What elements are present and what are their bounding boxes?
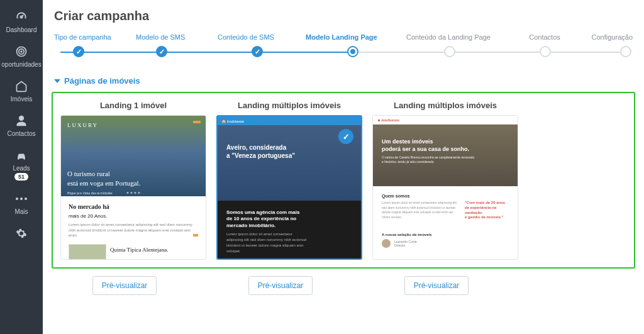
template-card: Landing 1 imóvel LUXURY O turismo rural …: [60, 101, 206, 260]
step-circle[interactable]: [444, 46, 455, 57]
sidebar-item-settings[interactable]: [0, 220, 43, 248]
template-thumb-landing-multi-1[interactable]: ✓ 🏠 imobiteste Aveiro, considerada a "Ve…: [216, 115, 362, 260]
sidebar-label: oportunidades: [1, 61, 41, 68]
step-circle[interactable]: [73, 46, 84, 57]
step-label-config[interactable]: Configuração: [582, 33, 633, 41]
user-icon: [14, 114, 28, 128]
gauge-icon: [14, 10, 28, 24]
sidebar-item-dashboard[interactable]: Dashboard: [0, 4, 43, 38]
step-label-modelo-lp[interactable]: Modelo Landing Page: [306, 33, 400, 41]
chevron-down-icon: [54, 79, 60, 83]
sidebar: Dashboard oportunidades Imóveis Contacto…: [0, 0, 43, 334]
template-thumb-landing1[interactable]: LUXURY O turismo rural está em voga em P…: [60, 115, 206, 260]
svg-point-2: [21, 51, 22, 52]
sidebar-label: Leads: [13, 165, 30, 172]
sidebar-item-oportunidades[interactable]: oportunidades: [0, 38, 43, 73]
template-title: Landing múltiplos imóveis: [372, 101, 518, 110]
template-card: Landing múltiplos imóveis ✓ 🏠 imobiteste…: [216, 101, 362, 260]
step-label-modelo-sms[interactable]: Modelo de SMS: [136, 33, 211, 41]
check-icon: ✓: [338, 129, 353, 144]
sidebar-item-leads[interactable]: Leads 51: [0, 142, 43, 186]
preview-row: Pré-visualizar Pré-visualizar Pré-visual…: [52, 276, 635, 295]
sidebar-item-mais[interactable]: Mais: [0, 186, 43, 220]
step-circle[interactable]: [252, 46, 263, 57]
sidebar-label: Imóveis: [11, 96, 32, 103]
sidebar-label: Dashboard: [6, 26, 37, 33]
leads-badge: 51: [14, 173, 28, 181]
page-title: Criar campanha: [43, 0, 644, 27]
preview-button[interactable]: Pré-visualizar: [404, 276, 469, 295]
template-card: Landing múltiplos imóveis ■ imofusion Um…: [372, 101, 518, 260]
gear-icon: [14, 226, 28, 240]
avatar: [382, 239, 391, 248]
sidebar-label: Mais: [14, 208, 28, 215]
preview-button[interactable]: Pré-visualizar: [92, 276, 157, 295]
section-toggle[interactable]: Páginas de imóveis: [43, 72, 644, 92]
step-label-conteudo-sms[interactable]: Conteúdo de SMS: [218, 33, 299, 41]
template-thumb-landing-multi-2[interactable]: ■ imofusion Um destes imóveis poderá ser…: [372, 115, 518, 260]
sidebar-item-imoveis[interactable]: Imóveis: [0, 73, 43, 108]
home-icon: [14, 79, 28, 93]
step-label-contactos[interactable]: Contactos: [513, 33, 576, 41]
thumb-brand: LUXURY: [67, 122, 199, 128]
sidebar-label: Contactos: [7, 130, 35, 137]
main-content: Criar campanha Tipo de campanha Modelo d…: [43, 0, 644, 334]
sidebar-item-contactos[interactable]: Contactos: [0, 108, 43, 142]
preview-button[interactable]: Pré-visualizar: [248, 276, 313, 295]
dots-icon: [14, 192, 28, 206]
step-circle[interactable]: [620, 46, 631, 57]
step-label-conteudo-lp[interactable]: Conteúdo da Landing Page: [406, 33, 507, 41]
step-circle[interactable]: [347, 46, 358, 57]
stepper: Tipo de campanha Modelo de SMS Conteúdo …: [43, 27, 644, 72]
step-circle[interactable]: [540, 46, 551, 57]
thumb-tag: [193, 234, 198, 237]
step-circle[interactable]: [156, 46, 167, 57]
templates-container: Landing 1 imóvel LUXURY O turismo rural …: [52, 92, 635, 269]
section-title: Páginas de imóveis: [64, 76, 140, 86]
thumb-tag: [193, 121, 201, 123]
thumb-image: [69, 244, 106, 260]
car-icon: [14, 148, 28, 162]
step-label-tipo[interactable]: Tipo de campanha: [54, 33, 130, 41]
template-title: Landing 1 imóvel: [60, 101, 206, 110]
target-icon: [14, 45, 28, 58]
template-title: Landing múltiplos imóveis: [216, 101, 362, 110]
